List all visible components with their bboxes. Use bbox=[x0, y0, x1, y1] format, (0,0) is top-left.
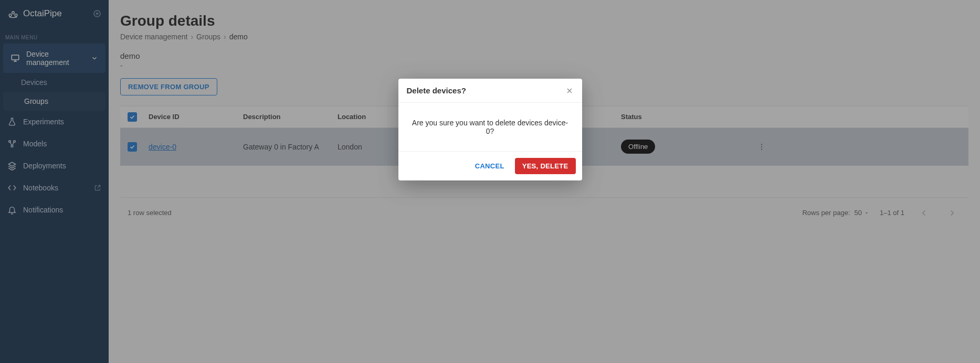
dialog-overlay[interactable]: Delete devices? Are you sure you want to… bbox=[0, 0, 980, 363]
confirm-delete-button[interactable]: YES, DELETE bbox=[515, 158, 576, 174]
close-icon[interactable] bbox=[565, 87, 574, 95]
dialog-title: Delete devices? bbox=[407, 86, 466, 95]
cancel-button[interactable]: CANCEL bbox=[469, 158, 511, 174]
delete-confirmation-dialog: Delete devices? Are you sure you want to… bbox=[398, 79, 582, 180]
dialog-body: Are you sure you want to delete devices … bbox=[398, 103, 582, 151]
